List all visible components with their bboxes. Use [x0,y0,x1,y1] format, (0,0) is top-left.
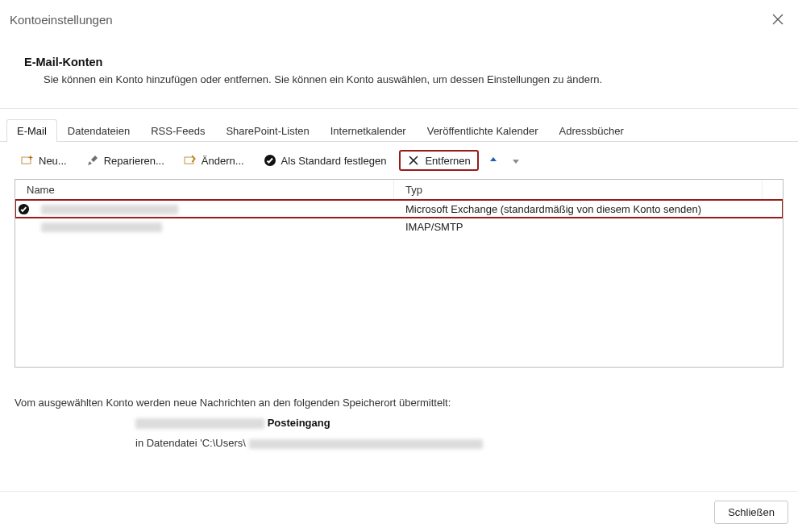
set-default-button[interactable]: Als Standard festlegen [257,151,393,170]
close-icon[interactable] [769,10,787,28]
delivery-info: Vom ausgewählten Konto werden neue Nachr… [0,368,798,457]
tab-email[interactable]: E-Mail [6,119,57,142]
page-title: E-Mail-Konten [24,56,774,69]
delivery-folder: Posteingang [268,417,330,429]
window-title: Kontoeinstellungen [10,13,113,27]
repair-icon [86,154,99,167]
new-account-label: Neu... [39,155,67,167]
intro-section: E-Mail-Konten Sie können ein Konto hinzu… [0,39,798,97]
change-label: Ändern... [202,155,244,167]
col-name[interactable]: Name [15,181,394,199]
tab-sharepoint-lists[interactable]: SharePoint-Listen [215,119,319,142]
move-up-button[interactable] [485,152,501,168]
tab-datafiles[interactable]: Datendateien [57,119,140,142]
svg-rect-2 [22,157,31,164]
set-default-label: Als Standard festlegen [281,155,387,167]
tab-internet-calendar[interactable]: Internetkalender [320,119,417,142]
remove-icon [407,154,420,167]
repair-button[interactable]: Reparieren... [80,151,171,170]
footer: Schließen [0,491,798,532]
default-account-icon [17,202,30,215]
table-header: Name Typ [15,180,783,200]
delivery-path-prefix: in Datendatei 'C:\Users\ [135,437,246,449]
delivery-folder-line: Posteingang [135,417,783,429]
close-button[interactable]: Schließen [714,501,788,524]
move-down-button[interactable] [508,152,524,168]
account-name-cell [30,219,394,235]
account-type-cell: Microsoft Exchange (standardmäßig von di… [394,202,763,217]
table-row[interactable]: Microsoft Exchange (standardmäßig von di… [15,200,783,218]
account-name-cell [30,202,394,217]
tab-rss-feeds[interactable]: RSS-Feeds [140,119,215,142]
col-type[interactable]: Typ [394,181,763,199]
new-account-button[interactable]: Neu... [15,151,73,170]
titlebar: Kontoeinstellungen [0,0,798,39]
page-subtitle: Sie können ein Konto hinzufügen oder ent… [44,73,774,85]
new-mail-icon [21,154,34,167]
svg-rect-3 [185,157,193,164]
remove-button[interactable]: Entfernen [399,150,478,171]
checkmark-circle-icon [264,154,276,167]
change-button[interactable]: Ändern... [177,151,251,170]
delivery-path-line: in Datendatei 'C:\Users\ [135,437,783,449]
accounts-table: Name Typ Microsoft Exchange (standardmäß… [15,179,783,368]
tabstrip: E-Mail Datendateien RSS-Feeds SharePoint… [0,109,798,142]
toolbar: Neu... Reparieren... Ändern... Als Stand… [0,142,798,179]
account-type-cell: IMAP/SMTP [394,219,763,235]
table-row[interactable]: IMAP/SMTP [15,218,783,235]
col-scroll-gutter [763,186,783,193]
delivery-intro: Vom ausgewählten Konto werden neue Nachr… [15,397,783,409]
change-icon [184,154,197,167]
tab-published-calendar[interactable]: Veröffentlichte Kalender [417,119,549,142]
repair-label: Reparieren... [104,155,164,167]
remove-label: Entfernen [425,155,470,167]
tab-address-books[interactable]: Adressbücher [549,119,634,142]
